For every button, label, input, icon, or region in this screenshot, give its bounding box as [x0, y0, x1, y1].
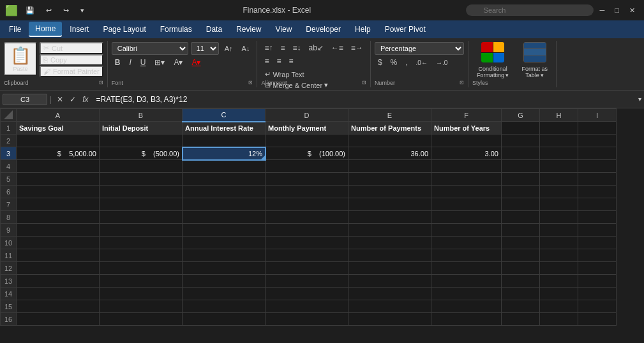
menu-power-pivot[interactable]: Power Pivot: [378, 22, 432, 36]
format-as-table-button[interactable]: Format asTable ▾: [517, 64, 552, 80]
col-header-f[interactable]: F: [431, 109, 502, 122]
cell-d1[interactable]: Monthly Payment: [266, 122, 348, 135]
decrease-decimal-button[interactable]: .0←: [413, 57, 431, 68]
cell-g1[interactable]: [502, 122, 540, 135]
increase-decimal-button[interactable]: →.0: [433, 57, 451, 68]
row-header-1[interactable]: 1: [1, 122, 17, 135]
menu-home[interactable]: Home: [29, 22, 62, 37]
cell-c1[interactable]: Annual Interest Rate: [183, 122, 266, 135]
cell-d3[interactable]: $ (100.00): [266, 147, 348, 160]
font-family-select[interactable]: Calibri: [112, 42, 188, 55]
underline-button[interactable]: U: [137, 57, 149, 68]
percent-button[interactable]: %: [387, 57, 401, 68]
number-expand-icon[interactable]: ⊡: [460, 80, 464, 86]
cell-e2[interactable]: [348, 135, 431, 147]
cell-a3[interactable]: $ 5,000.00: [17, 147, 100, 160]
cell-h2[interactable]: [540, 135, 578, 147]
cell-i1[interactable]: [578, 122, 617, 135]
menu-help[interactable]: Help: [348, 22, 377, 36]
insert-function-button[interactable]: fx: [80, 94, 91, 105]
cell-h3[interactable]: [540, 147, 578, 160]
cell-f3[interactable]: 3.00: [431, 147, 502, 160]
align-right-button[interactable]: ≡: [285, 55, 296, 67]
italic-button[interactable]: I: [126, 57, 134, 68]
copy-button[interactable]: ⎘ Copy: [40, 54, 103, 66]
cell-e3[interactable]: 36.00: [348, 147, 431, 160]
increase-font-size-button[interactable]: A↑: [221, 43, 236, 54]
col-header-b[interactable]: B: [100, 109, 183, 122]
fill-color-button[interactable]: A▾: [170, 57, 186, 68]
decrease-font-size-button[interactable]: A↓: [239, 43, 253, 54]
indent-decrease-button[interactable]: ←≡: [328, 42, 347, 54]
col-header-i[interactable]: I: [578, 109, 617, 122]
confirm-formula-button[interactable]: ✓: [67, 94, 79, 105]
expand-formula-bar-button[interactable]: ▾: [638, 96, 641, 103]
align-middle-button[interactable]: ≡: [277, 42, 288, 54]
cell-i3[interactable]: [578, 147, 617, 160]
cell-e1[interactable]: Number of Payments: [348, 122, 431, 135]
col-header-d[interactable]: D: [266, 109, 348, 122]
cell-b2[interactable]: [100, 135, 183, 147]
row-header-3[interactable]: 3: [1, 147, 17, 160]
paste-button[interactable]: 📋 Paste: [4, 42, 37, 76]
col-header-e[interactable]: E: [348, 109, 431, 122]
customize-qat-button[interactable]: ▾: [77, 5, 88, 16]
row-header-2[interactable]: 2: [1, 135, 17, 147]
menu-view[interactable]: View: [269, 22, 299, 36]
col-header-c[interactable]: C: [183, 109, 266, 122]
redo-button[interactable]: ↪: [59, 5, 73, 16]
close-button[interactable]: ✕: [625, 5, 639, 16]
cell-f2[interactable]: [431, 135, 502, 147]
font-expand-icon[interactable]: ⊡: [248, 80, 253, 86]
menu-developer[interactable]: Developer: [299, 22, 347, 36]
search-input[interactable]: [466, 4, 594, 16]
cell-a2[interactable]: [17, 135, 100, 147]
alignment-expand-icon[interactable]: ⊡: [362, 80, 366, 86]
indent-increase-button[interactable]: ≡→: [348, 42, 366, 54]
menu-file[interactable]: File: [3, 22, 27, 36]
cell-g3[interactable]: [502, 147, 540, 160]
font-color-button[interactable]: A▾: [188, 57, 204, 68]
maximize-button[interactable]: □: [611, 5, 623, 15]
cell-c2[interactable]: [183, 135, 266, 147]
align-top-button[interactable]: ≡↑: [261, 42, 276, 54]
col-header-g[interactable]: G: [502, 109, 540, 122]
cell-g2[interactable]: [502, 135, 540, 147]
border-button[interactable]: ⊞▾: [151, 57, 168, 68]
number-format-select[interactable]: Percentage: [375, 42, 464, 55]
menu-page-layout[interactable]: Page Layout: [96, 22, 152, 36]
menu-insert[interactable]: Insert: [63, 22, 95, 36]
align-center-button[interactable]: ≡: [273, 55, 284, 67]
menu-review[interactable]: Review: [230, 22, 267, 36]
cell-f1[interactable]: Number of Years: [431, 122, 502, 135]
align-bottom-button[interactable]: ≡↓: [289, 42, 304, 54]
cell-b1[interactable]: Initial Deposit: [100, 122, 183, 135]
col-header-a[interactable]: A: [17, 109, 100, 122]
format-painter-button[interactable]: 🖌 Format Painter: [40, 66, 103, 77]
save-button[interactable]: 💾: [22, 5, 38, 16]
conditional-formatting-button[interactable]: ConditionalFormatting ▾: [472, 64, 514, 80]
menu-data[interactable]: Data: [200, 22, 228, 36]
bold-button[interactable]: B: [112, 57, 124, 68]
cut-button[interactable]: ✂ Cut: [40, 42, 103, 54]
cell-reference-input[interactable]: [3, 94, 47, 105]
cell-d2[interactable]: [266, 135, 348, 147]
font-size-select[interactable]: 11: [191, 42, 219, 55]
cell-b3[interactable]: $ (500.00): [100, 147, 183, 160]
menu-formulas[interactable]: Formulas: [154, 22, 198, 36]
align-left-button[interactable]: ≡: [261, 55, 272, 67]
comma-button[interactable]: ,: [402, 57, 410, 68]
minimize-button[interactable]: ─: [596, 5, 609, 15]
cell-c3[interactable]: 12%: [183, 147, 266, 160]
dollar-button[interactable]: $: [375, 57, 386, 68]
cell-a1[interactable]: Savings Goal: [17, 122, 100, 135]
cell-i2[interactable]: [578, 135, 617, 147]
col-header-h[interactable]: H: [540, 109, 578, 122]
undo-button[interactable]: ↩: [42, 5, 56, 16]
cancel-formula-button[interactable]: ✕: [54, 94, 66, 105]
cell-h1[interactable]: [540, 122, 578, 135]
wrap-text-button[interactable]: ↵ Wrap Text: [261, 69, 308, 80]
clipboard-expand-icon[interactable]: ⊡: [99, 80, 103, 86]
formula-input[interactable]: [93, 94, 636, 105]
text-direction-button[interactable]: ab↙: [305, 42, 326, 54]
